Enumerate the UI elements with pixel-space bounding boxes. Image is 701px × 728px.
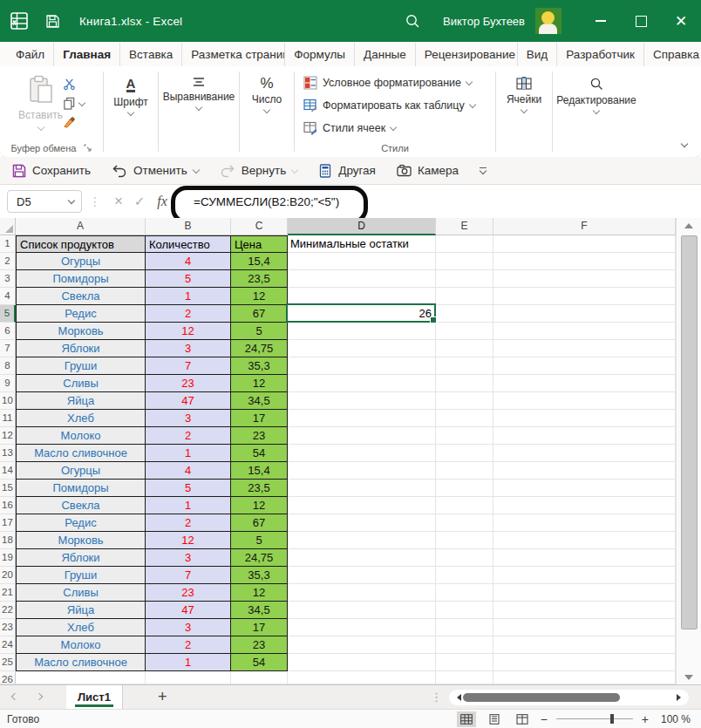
cell-E13[interactable] <box>436 445 493 462</box>
cell-A9[interactable]: Сливы <box>16 375 146 392</box>
user-name[interactable]: Виктор Бухтеев <box>443 15 525 28</box>
cell-E25[interactable] <box>436 654 493 671</box>
cell-E8[interactable] <box>436 357 493 375</box>
column-header-A[interactable]: A <box>16 218 146 235</box>
tab-Рецензирование[interactable]: Рецензирование <box>416 43 518 66</box>
cell-D24[interactable] <box>288 636 436 654</box>
cell-B13[interactable]: 1 <box>146 445 231 462</box>
cell-A26[interactable] <box>16 671 146 684</box>
next-sheet-icon[interactable] <box>36 692 43 699</box>
cell-A18[interactable]: Морковь <box>16 532 146 549</box>
cell-B4[interactable]: 1 <box>146 288 231 305</box>
row-header-18[interactable]: 18 <box>0 532 16 549</box>
qat-overflow-button[interactable] <box>480 167 487 173</box>
normal-view-button[interactable] <box>457 711 476 727</box>
scroll-down-icon[interactable] <box>677 670 701 684</box>
collapse-ribbon-button[interactable] <box>682 134 687 150</box>
cell-D10[interactable] <box>288 392 436 410</box>
row-header-3[interactable]: 3 <box>0 270 16 288</box>
save-button[interactable]: Сохранить <box>12 164 91 178</box>
cell-E5[interactable] <box>436 305 493 323</box>
tab-Файл[interactable]: Файл <box>7 43 54 66</box>
editing-group[interactable]: Редактирование <box>553 66 640 157</box>
cell-E23[interactable] <box>436 619 493 636</box>
row-header-15[interactable]: 15 <box>0 480 16 497</box>
cell-A19[interactable]: Яблоки <box>16 549 146 567</box>
cell-F1[interactable] <box>493 235 676 253</box>
row-header-8[interactable]: 8 <box>0 357 16 375</box>
row-header-24[interactable]: 24 <box>0 636 16 654</box>
tabbar-splitter[interactable]: ⋮ <box>431 691 442 704</box>
insert-function-button[interactable]: fx <box>150 194 174 209</box>
cell-C6[interactable]: 5 <box>231 323 288 340</box>
cell-C5[interactable]: 67 <box>231 305 288 323</box>
cell-D19[interactable] <box>288 549 436 567</box>
cell-F23[interactable] <box>493 619 676 636</box>
cell-E7[interactable] <box>436 340 493 357</box>
cell-C10[interactable]: 34,5 <box>231 392 288 410</box>
cell-B11[interactable]: 3 <box>146 410 231 427</box>
cell-C26[interactable] <box>231 671 288 684</box>
conditional-formatting-button[interactable]: Условное форматирование <box>303 75 472 91</box>
row-header-20[interactable]: 20 <box>0 567 16 584</box>
cell-B17[interactable]: 2 <box>146 514 231 532</box>
cell-A14[interactable]: Огурцы <box>16 462 146 480</box>
undo-dropdown-chevron[interactable] <box>193 166 200 173</box>
cell-C4[interactable]: 12 <box>231 288 288 305</box>
cell-B8[interactable]: 7 <box>146 357 231 375</box>
scroll-up-icon[interactable] <box>677 218 701 232</box>
cell-D25[interactable] <box>288 654 436 671</box>
cell-F26[interactable] <box>493 671 676 684</box>
cell-A4[interactable]: Свекла <box>16 288 146 305</box>
row-header-19[interactable]: 19 <box>0 549 16 567</box>
row-header-2[interactable]: 2 <box>0 253 16 270</box>
scroll-right-icon[interactable] <box>677 694 684 701</box>
formula-input[interactable]: =СУММЕСЛИ(B2:B20;"<5") <box>194 195 339 208</box>
cell-A12[interactable]: Молоко <box>16 427 146 445</box>
cell-E9[interactable] <box>436 375 493 392</box>
cell-C13[interactable]: 54 <box>231 445 288 462</box>
page-layout-view-button[interactable] <box>485 711 504 727</box>
tab-Разработчик[interactable]: Разработчик <box>557 43 644 66</box>
cell-B2[interactable]: 4 <box>146 253 231 270</box>
camera-button[interactable]: Камера <box>397 164 459 177</box>
cell-C7[interactable]: 24,75 <box>231 340 288 357</box>
row-header-16[interactable]: 16 <box>0 497 16 514</box>
cell-B5[interactable]: 2 <box>146 305 231 323</box>
copy-button[interactable] <box>63 96 85 111</box>
redo-button[interactable]: Вернуть <box>220 164 297 178</box>
number-group[interactable]: % Число <box>240 66 294 157</box>
cell-D3[interactable] <box>288 270 436 288</box>
tab-Данные[interactable]: Данные <box>355 43 416 66</box>
cell-F15[interactable] <box>493 480 676 497</box>
cell-B1[interactable]: Количество <box>146 235 231 253</box>
row-header-17[interactable]: 17 <box>0 514 16 532</box>
cell-B14[interactable]: 4 <box>146 462 231 480</box>
cell-E18[interactable] <box>436 532 493 549</box>
dialog-launcher-icon[interactable] <box>84 144 92 152</box>
tab-Главная[interactable]: Главная <box>54 43 120 66</box>
cell-A21[interactable]: Сливы <box>16 584 146 602</box>
cell-D12[interactable] <box>288 427 436 445</box>
cell-B10[interactable]: 47 <box>146 392 231 410</box>
cell-C3[interactable]: 23,5 <box>231 270 288 288</box>
cell-B26[interactable] <box>146 671 231 684</box>
cell-C9[interactable]: 12 <box>231 375 288 392</box>
other-button[interactable]: Другая <box>318 164 376 178</box>
close-button[interactable]: ✕ <box>661 0 701 42</box>
cell-D14[interactable] <box>288 462 436 480</box>
cell-C16[interactable]: 12 <box>231 497 288 514</box>
cell-E15[interactable] <box>436 480 493 497</box>
cell-F21[interactable] <box>493 584 676 602</box>
tab-Формулы[interactable]: Формулы <box>285 43 355 66</box>
cell-F6[interactable] <box>493 323 676 340</box>
font-group[interactable]: А Шрифт <box>104 66 158 157</box>
cell-B25[interactable]: 1 <box>146 654 231 671</box>
cell-A17[interactable]: Редис <box>16 514 146 532</box>
search-icon[interactable] <box>405 13 420 29</box>
cell-A6[interactable]: Морковь <box>16 323 146 340</box>
add-sheet-button[interactable]: + <box>158 688 167 706</box>
cell-E14[interactable] <box>436 462 493 480</box>
row-header-14[interactable]: 14 <box>0 462 16 480</box>
avatar[interactable] <box>535 8 561 34</box>
